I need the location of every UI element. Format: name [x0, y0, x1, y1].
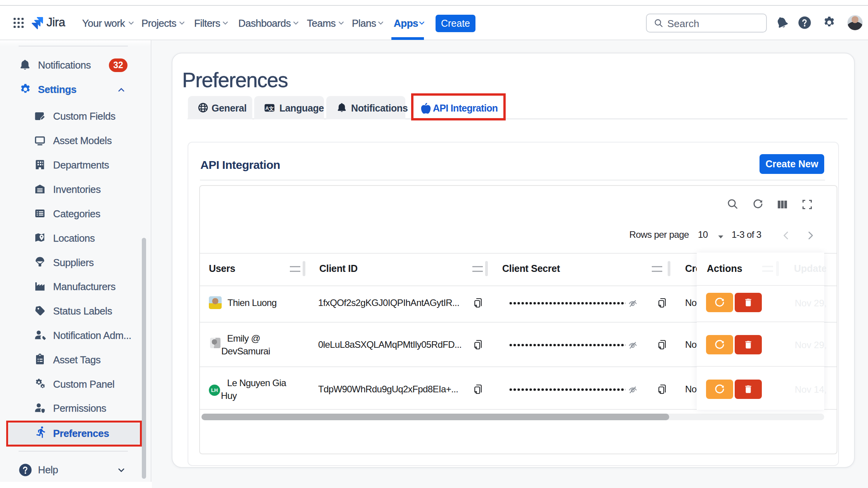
svg-text:A: A: [265, 106, 269, 111]
svg-text:文: 文: [269, 106, 274, 112]
